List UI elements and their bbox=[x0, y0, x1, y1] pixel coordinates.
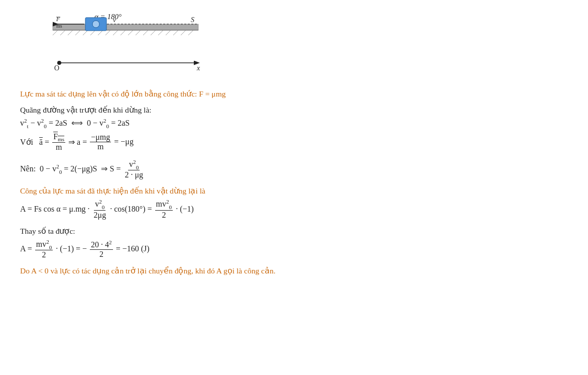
svg-rect-1 bbox=[53, 24, 198, 30]
svg-text:O: O bbox=[54, 64, 59, 72]
svg-line-10 bbox=[105, 30, 110, 35]
text-line2: Quãng đường vật trượt đến khi dừng là: bbox=[20, 106, 568, 115]
physics-diagram: α = 180° S v bbox=[20, 10, 201, 80]
diagram-svg: α = 180° S v bbox=[20, 10, 206, 80]
text-line1: Lực ma sát tác dụng lên vật có độ lớn bằ… bbox=[20, 89, 568, 99]
formula-4: A = Fs cos α = μ.mg · v20 2μg · cos(180°… bbox=[20, 199, 568, 220]
svg-line-11 bbox=[113, 30, 118, 35]
svg-line-16 bbox=[151, 30, 156, 35]
svg-line-17 bbox=[158, 30, 163, 35]
svg-line-5 bbox=[68, 30, 73, 35]
text-line3: Công của lực ma sát đã thực hiện đến khi… bbox=[20, 186, 568, 196]
svg-line-13 bbox=[128, 30, 133, 35]
text-line5: Do A < 0 và lực có tác dụng cản trở lại … bbox=[20, 266, 568, 275]
formula-5: A = mv20 2 · (−1) = − 20 · 42 2 = −160 (… bbox=[20, 239, 568, 260]
svg-point-34 bbox=[57, 61, 61, 65]
svg-text:ms: ms bbox=[56, 23, 62, 29]
svg-line-12 bbox=[121, 30, 126, 35]
svg-line-4 bbox=[60, 30, 65, 35]
svg-line-14 bbox=[136, 30, 141, 35]
text-line4: Thay số ta được: bbox=[20, 227, 568, 236]
formula-3: Nên: 0 − v20 = 2(−μg)S ⇒ S = v20 2 · μg bbox=[20, 159, 568, 180]
svg-line-19 bbox=[173, 30, 178, 35]
svg-line-6 bbox=[75, 30, 80, 35]
svg-line-21 bbox=[188, 30, 193, 35]
svg-line-18 bbox=[166, 30, 171, 35]
svg-text:S: S bbox=[191, 16, 194, 24]
svg-text:x: x bbox=[196, 64, 200, 72]
svg-text:v: v bbox=[113, 16, 116, 24]
svg-line-15 bbox=[143, 30, 148, 35]
formula-2: Với ā = Fms m ⇒ a = −μmg m = −μg bbox=[20, 132, 568, 152]
svg-point-23 bbox=[92, 21, 99, 28]
svg-line-3 bbox=[53, 30, 58, 35]
formula-1: v2t − v20 = 2aS ⟺ 0 − v20 = 2aS bbox=[20, 118, 568, 129]
svg-text:F: F bbox=[56, 16, 60, 23]
svg-line-20 bbox=[181, 30, 186, 35]
